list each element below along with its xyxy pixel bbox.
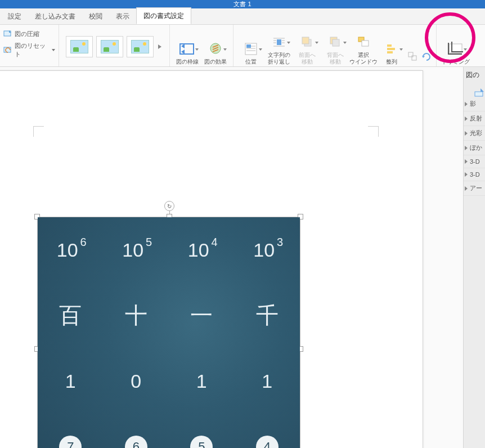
position-label: 位置 [245,59,257,66]
picture-border-button[interactable]: 図の枠線 [173,27,201,66]
pic-cell: 一 [169,283,235,349]
style-thumb-1[interactable] [66,36,93,57]
tab-picture-format[interactable]: 図の書式設定 [136,7,191,24]
document-title: 文書 1 [233,1,251,7]
expand-icon [465,146,468,150]
bring-forward-button[interactable]: 前面へ 移動 [293,27,321,66]
reset-icon [3,46,12,55]
pic-cell: 4 [235,414,300,449]
align-icon [381,39,402,59]
pic-cell: 千 [235,283,300,349]
pic-cell: 106 [38,217,104,283]
chevron-down-icon [195,48,199,51]
style-thumb-2[interactable] [96,36,123,57]
reset-picture-button[interactable]: 図のリセット [3,42,55,59]
svg-rect-23 [387,48,395,50]
pic-cell: 104 [169,217,235,283]
document-canvas[interactable]: ↻ 106 105 104 103 百 十 一 千 1 [0,67,463,448]
picture-effects-button[interactable]: 図の効果 [201,27,230,66]
ribbon-group-styles [59,25,170,66]
chevron-down-icon [259,48,262,51]
compress-pictures-button[interactable]: 図の圧縮 [3,29,55,38]
taskpane-list: 影 反射 光彩 ぼか 3-D 3-D アー [464,97,485,196]
taskpane-item-reflection[interactable]: 反射 [464,111,485,126]
titlebar: 文書 1 [0,0,485,8]
selected-picture[interactable]: ↻ 106 105 104 103 百 十 一 千 1 [37,217,300,448]
send-backward-icon [325,33,345,52]
taskpane-tool-icon[interactable] [473,86,485,101]
tab-review[interactable]: 校閲 [82,8,109,24]
crop-icon [446,39,466,59]
expand-icon [465,159,468,164]
position-button[interactable]: 位置 [237,27,265,66]
align-button[interactable]: 整列 [378,27,406,66]
margin-corner-tr [368,126,379,137]
taskpane-item-soft-edges[interactable]: ぼか [464,141,485,155]
wrap-text-label: 文字列の 折り返し [268,52,290,66]
picture-style-gallery[interactable] [62,34,166,60]
selection-pane-label: 選択 ウインドウ [349,52,378,66]
expand-icon [465,102,468,106]
gallery-more-button[interactable] [157,43,163,50]
taskpane-item-glow[interactable]: 光彩 [464,126,485,141]
rotate-handle[interactable]: ↻ [164,201,174,211]
taskpane-item-artistic[interactable]: アー [464,181,485,196]
workspace: ↻ 106 105 104 103 百 十 一 千 1 [0,67,485,448]
tab-mail-merge[interactable]: 差し込み文書 [28,8,82,24]
send-backward-button[interactable]: 背面へ 移動 [321,27,349,66]
svg-rect-19 [333,39,339,46]
picture-effects-label: 図の効果 [204,59,227,66]
picture-content: 106 105 104 103 百 十 一 千 1 0 1 1 7 6 5 4 [38,217,300,448]
svg-rect-26 [412,56,416,60]
svg-rect-22 [387,44,392,47]
svg-rect-17 [302,37,309,44]
tab-view[interactable]: 表示 [109,8,136,24]
ribbon-group-arrange: 位置 文字列の 折り返し 前面へ 移動 背面へ 移動 [233,25,437,66]
svg-rect-8 [246,44,251,48]
pic-cell: 十 [104,283,169,349]
bring-forward-label: 前面へ 移動 [299,52,316,66]
pic-cell: 1 [235,348,300,414]
pic-cell: 103 [235,217,300,283]
align-label: 整列 [386,59,397,66]
pic-cell: 0 [104,348,169,414]
chevron-down-icon [343,42,347,44]
compress-label: 図の圧縮 [15,30,39,38]
pic-cell: 1 [169,348,235,414]
selection-pane-button[interactable]: 選択 ウインドウ [349,27,378,66]
pic-cell: 1 [38,348,104,414]
ribbon-group-adjust: 図の圧縮 図のリセット [0,25,59,66]
svg-rect-28 [475,92,483,96]
expand-icon [465,186,468,191]
svg-rect-24 [387,51,393,53]
compress-icon [3,29,12,38]
taskpane-item-3d-rotation[interactable]: 3-D [464,168,485,181]
chevron-down-icon [52,49,55,51]
expand-icon [465,117,468,121]
expand-icon [465,172,468,177]
pic-cell: 6 [104,414,169,449]
ribbon-tabs: 設定 差し込み文書 校閲 表示 図の書式設定 [0,8,485,25]
crop-label: トリミング [442,59,470,66]
format-picture-taskpane: 図の 影 反射 光彩 ぼか 3-D 3-D アー [463,67,485,448]
bring-forward-icon [297,33,317,52]
rotate-button-stub[interactable] [420,27,433,66]
send-backward-label: 背面へ 移動 [327,52,344,66]
style-thumb-3[interactable] [127,36,154,57]
crop-button[interactable]: トリミング [440,27,471,66]
selection-pane-icon [353,33,374,52]
ribbon-group-border-effects: 図の枠線 図の効果 [170,25,233,66]
svg-rect-2 [180,44,194,54]
rotate-icon [416,47,437,66]
wrap-text-button[interactable]: 文字列の 折り返し [265,27,293,66]
taskpane-title: 図の [464,67,485,83]
wrap-text-icon [269,33,289,52]
svg-rect-9 [277,39,281,45]
expand-icon [465,131,468,136]
taskpane-item-3d-format[interactable]: 3-D [464,155,485,168]
picture-border-icon [177,39,197,59]
tab-settings[interactable]: 設定 [1,8,28,24]
picture-border-label: 図の枠線 [176,59,199,66]
picture-effects-icon [205,39,226,59]
ribbon: 図の圧縮 図のリセット 図の枠線 [0,25,485,67]
